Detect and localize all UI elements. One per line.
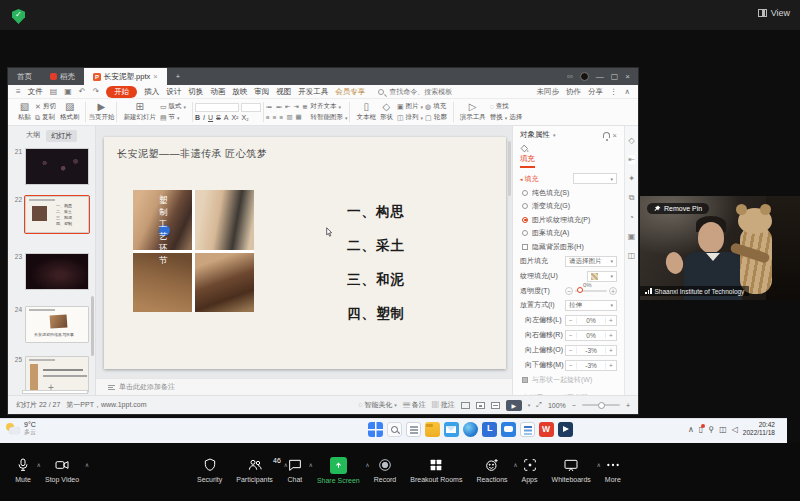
option-solid-fill[interactable]: 纯色填充(S) bbox=[522, 188, 615, 198]
pinned-video-feed[interactable]: Remove Pin Shaanxi Institute of Technolo… bbox=[640, 196, 800, 300]
slide-thumbnail-24[interactable]: 24 长安泥塑的传承与故事 bbox=[12, 306, 89, 343]
offset-down-stepper[interactable]: −-3%+ bbox=[565, 360, 617, 371]
save-icon[interactable]: ▤ bbox=[50, 87, 58, 96]
slide-scrollbar[interactable] bbox=[508, 141, 511, 196]
pen-icon[interactable]: ⚲ bbox=[708, 425, 714, 434]
section-button[interactable]: ▤节▾ bbox=[160, 113, 186, 122]
tab-close-icon[interactable]: × bbox=[153, 72, 157, 81]
chat-button[interactable]: ∧ Chat bbox=[280, 457, 310, 484]
collaborate-button[interactable]: 协作 bbox=[566, 87, 581, 97]
zoom-out-button[interactable]: − bbox=[572, 402, 576, 409]
add-slide-button[interactable]: + bbox=[48, 382, 54, 393]
collapse-ribbon-icon[interactable]: ∧ bbox=[625, 87, 631, 97]
texture-fill-select[interactable]: ▾ bbox=[587, 271, 617, 282]
panel-scrollbar[interactable] bbox=[91, 296, 94, 356]
sync-status[interactable]: 未同步 bbox=[537, 87, 560, 97]
menu-transition[interactable]: 切换 bbox=[188, 87, 203, 97]
view-button[interactable]: View bbox=[758, 8, 790, 18]
collapse-pane-icon[interactable]: ⇤ bbox=[628, 155, 635, 164]
option-picture-texture-fill[interactable]: 图片或纹理填充(P) bbox=[522, 215, 615, 225]
slide-badge[interactable]: 塑制工艺环节 bbox=[159, 225, 170, 236]
align-buttons[interactable]: ≡≡≡▥▦ bbox=[266, 113, 307, 121]
zoom-slider[interactable] bbox=[582, 404, 620, 406]
list-and-indent-buttons[interactable]: ≔≕⇤⇥≣ bbox=[266, 103, 307, 111]
video-app-icon[interactable] bbox=[558, 422, 573, 437]
offset-left-stepper[interactable]: −0%+ bbox=[565, 315, 617, 326]
tab-docer[interactable]: 稻壳 bbox=[41, 68, 84, 85]
offset-up-stepper[interactable]: −-3%+ bbox=[565, 345, 617, 356]
share-button[interactable]: 分享 bbox=[588, 87, 603, 97]
taskbar-document-app-icon[interactable] bbox=[406, 422, 421, 437]
menu-file[interactable]: 文件 bbox=[28, 87, 43, 97]
media-pane-icon[interactable]: ▣ bbox=[628, 232, 636, 241]
reactions-button[interactable]: ∧ Reactions bbox=[469, 457, 514, 484]
minimize-button[interactable]: — bbox=[596, 72, 604, 81]
slide-thumbnail-23[interactable]: 23 bbox=[12, 253, 89, 290]
history-pane-icon[interactable]: ◔ bbox=[629, 213, 634, 222]
layout-button[interactable]: ▭版式▾ bbox=[160, 102, 186, 111]
smart-graphic-button[interactable]: 转智能图形▾ bbox=[310, 113, 347, 122]
settings-app-icon[interactable] bbox=[520, 422, 535, 437]
copy-pane-icon[interactable]: ⧉ bbox=[629, 193, 635, 203]
font-color-button[interactable]: A bbox=[224, 114, 229, 121]
comments-toggle[interactable]: ▥ 批注 bbox=[432, 400, 455, 410]
close-button[interactable]: × bbox=[625, 72, 630, 81]
l-app-icon[interactable] bbox=[482, 422, 497, 437]
tab-slides[interactable]: 幻灯片 bbox=[46, 130, 77, 142]
slide-list-item-4[interactable]: 四、塑制 bbox=[347, 305, 405, 323]
undo-icon[interactable]: ↶ bbox=[79, 87, 86, 96]
zoom-level[interactable]: 100% bbox=[548, 402, 566, 409]
file-explorer-icon[interactable] bbox=[425, 422, 440, 437]
volume-icon[interactable]: ◁ bbox=[732, 425, 738, 434]
slide-thumbnail-21[interactable]: 21 bbox=[12, 148, 89, 185]
transparency-plus[interactable]: + bbox=[609, 287, 617, 295]
wps-taskbar-icon[interactable] bbox=[539, 422, 554, 437]
panel-close-icon[interactable]: × bbox=[613, 131, 617, 140]
breakout-rooms-button[interactable]: Breakout Rooms bbox=[403, 457, 469, 484]
security-button[interactable]: Security bbox=[190, 457, 229, 484]
transparency-slider[interactable]: − 0% + bbox=[565, 287, 617, 295]
slide-thumbnail-22-selected[interactable]: 22 一、构思 二、采土 三、和泥 四、塑制 bbox=[12, 196, 89, 233]
option-pattern-fill[interactable]: 图案填充(A) bbox=[522, 228, 615, 238]
presentation-tools-button[interactable]: ▷演示工具 bbox=[460, 102, 486, 122]
menu-design[interactable]: 设计 bbox=[166, 87, 181, 97]
fill-tab[interactable]: 填充 bbox=[513, 142, 624, 168]
fill-preset-select[interactable]: ▾ bbox=[573, 173, 617, 184]
picture-button[interactable]: 图片 bbox=[406, 102, 419, 111]
play-from-current-button[interactable]: ▶当页开始 bbox=[88, 102, 114, 122]
remove-pin-button[interactable]: Remove Pin bbox=[647, 203, 709, 214]
menu-vip[interactable]: 会员专享 bbox=[335, 87, 365, 97]
menu-review[interactable]: 审阅 bbox=[254, 87, 269, 97]
transparency-minus[interactable]: − bbox=[565, 287, 573, 295]
panel-dropdown-icon[interactable]: ▾ bbox=[553, 132, 556, 138]
menu-animation[interactable]: 动画 bbox=[210, 87, 225, 97]
new-tab-button[interactable]: + bbox=[167, 68, 189, 85]
participants-button[interactable]: 46 ∧ Participants bbox=[229, 457, 280, 484]
option-hide-background[interactable]: 隐藏背景图形(H) bbox=[522, 242, 615, 252]
menu-view[interactable]: 视图 bbox=[276, 87, 291, 97]
font-family-select[interactable] bbox=[195, 103, 239, 112]
command-search[interactable] bbox=[378, 87, 465, 96]
superscript-button[interactable]: X² bbox=[231, 114, 238, 121]
record-button[interactable]: Record bbox=[367, 457, 404, 484]
slide-list-item-3[interactable]: 三、和泥 bbox=[347, 271, 405, 289]
mail-app-icon[interactable] bbox=[444, 422, 459, 437]
arrange-button[interactable]: 排列 bbox=[406, 113, 419, 122]
replace-button[interactable]: 替换 bbox=[490, 113, 503, 122]
option-gradient-fill[interactable]: 渐变填充(G) bbox=[522, 201, 615, 211]
find-button[interactable]: ◌查找 bbox=[490, 102, 523, 111]
taskbar-search-icon[interactable] bbox=[387, 422, 402, 437]
stop-video-button[interactable]: ∧ Stop Video bbox=[38, 457, 86, 483]
outline-button[interactable]: 轮廓 bbox=[434, 113, 447, 122]
menu-start[interactable]: 开始 bbox=[106, 86, 137, 98]
zoom-in-button[interactable]: + bbox=[626, 402, 630, 409]
redo-icon[interactable]: ↷ bbox=[93, 87, 100, 96]
slide-title[interactable]: 长安泥塑——非遗传承 匠心筑梦 bbox=[117, 147, 267, 161]
fit-window-icon[interactable]: ⤢ bbox=[536, 401, 542, 409]
slide-thumbnail-26-partial[interactable] bbox=[22, 390, 88, 394]
weather-widget[interactable]: 9°C多云 bbox=[6, 421, 36, 436]
menu-devtools[interactable]: 开发工具 bbox=[298, 87, 328, 97]
layout-switch-icon[interactable]: ▫▫ bbox=[567, 72, 573, 81]
placement-select[interactable]: 拉伸▾ bbox=[565, 300, 617, 311]
tab-outline[interactable]: 大纲 bbox=[26, 130, 40, 142]
